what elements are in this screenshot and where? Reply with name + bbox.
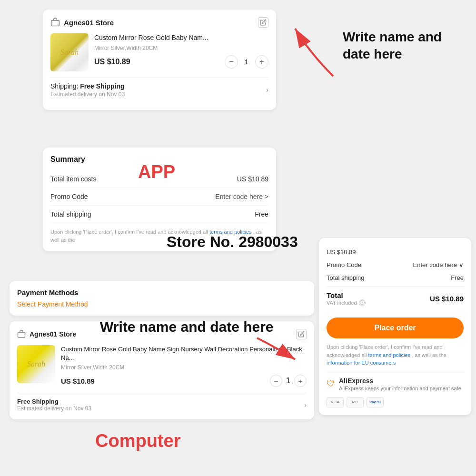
right-terms-mid: , as well as the [412,352,446,358]
shipping-row[interactable]: Shipping: Free Shipping Estimated delive… [50,77,268,102]
right-info-link[interactable]: information for EU consumers [327,360,396,366]
mastercard-icon: MC [347,397,364,407]
right-shipping-value: Free [451,274,464,281]
quantity-control: − 1 + [225,55,268,69]
bottom-qty-control: − 1 + [270,375,307,387]
chevron-right-icon: › [266,86,268,94]
product-title: Custom Mirror Rose Gold Baby Nam... [94,33,268,43]
promo-link[interactable]: Enter code here > [215,193,268,200]
computer-annotation: Computer [95,431,180,451]
app-store-card: Agnes01 Store Sarah Custom Mirror Rose G… [43,10,276,110]
right-terms-text: Upon clicking 'Place order', I confirm I… [327,343,464,367]
aliexpress-row: 🛡 AliExpress AliExpress keeps your infor… [327,372,464,393]
product-image-inner: Sarah [50,33,89,71]
select-payment-method[interactable]: Select Payment Method [17,300,307,308]
vat-text: VAT included ⓘ [327,299,366,306]
payment-methods-title: Payment Methods [17,288,307,297]
bottom-shipping-row[interactable]: Free Shipping Estimated delivery on Nov … [17,393,307,412]
bottom-store-icon [17,330,26,338]
bottom-shipping-text: Free Shipping [17,398,91,405]
bottom-qty-decrease[interactable]: − [270,375,282,387]
payment-icons-row: VISA MC PayPal [327,397,464,407]
arrow-top-icon [267,14,343,81]
right-promo-row[interactable]: Promo Code Enter code here ∨ [327,258,464,271]
computer-right-panel: US $10.89 Promo Code Enter code here ∨ T… [319,238,471,415]
quantity-decrease-button[interactable]: − [225,55,238,69]
total-label: Total [327,291,366,299]
svg-rect-0 [51,20,60,26]
bottom-qty-increase[interactable]: + [294,375,307,387]
app-annotation: APP [138,162,175,182]
right-item-cost-value: US $10.89 [327,248,356,256]
right-promo-label: Promo Code [327,261,361,268]
bottom-shipping-info: Free Shipping Estimated delivery on Nov … [17,398,91,412]
store-no-annotation: Store No. 2980033 [167,233,298,251]
aliexpress-info: AliExpress AliExpress keeps your informa… [339,377,461,391]
total-row: Total VAT included ⓘ US $10.89 [327,286,464,311]
bottom-store-name-text: Agnes01 Store [30,330,76,338]
bottom-price-row: US $10.89 − 1 + [61,375,307,387]
shipping-type: Free Shipping [80,82,124,90]
right-promo-value[interactable]: Enter code here ∨ [413,261,464,268]
paypal-icon: PayPal [367,397,384,407]
shipping-text: Shipping: Free Shipping [50,82,125,90]
promo-label: Promo Code [50,193,88,200]
svg-rect-2 [18,332,25,337]
shipping-label: Shipping: [50,82,78,90]
chevron-down-icon: ∨ [459,261,464,268]
store-icon [50,18,60,27]
info-icon: ⓘ [359,299,366,306]
right-terms-link[interactable]: terms and policies [368,352,410,358]
write-name-bottom-annotation: Write name and date here [100,319,274,335]
product-image: Sarah [50,33,89,71]
bottom-chevron-right-icon: › [304,401,307,409]
product-price: US $10.89 [94,58,130,66]
shipping-info: Shipping: Free Shipping Estimated delive… [50,82,125,98]
right-promo-text: Enter code here [413,261,457,268]
total-item-label: Total item costs [50,175,96,183]
product-details: Custom Mirror Rose Gold Baby Nam... Mirr… [94,33,268,71]
right-item-cost-row: US $10.89 [327,246,464,258]
store-name: Agnes01 Store [64,19,114,27]
bottom-store-name: Agnes01 Store [17,330,76,338]
promo-row[interactable]: Promo Code Enter code here > [50,188,268,206]
shield-icon: 🛡 [327,379,335,389]
store-header: Agnes01 Store [50,17,268,28]
right-shipping-row: Total shipping Free [327,271,464,284]
product-price-row: US $10.89 − 1 + [94,55,268,69]
payment-methods-card: Payment Methods Select Payment Method [10,281,314,316]
total-item-value: US $10.89 [237,175,268,183]
arrow-bottom-icon [252,328,300,367]
product-variant: Mirror Silver,Width 20CM [94,45,268,51]
aliexpress-subtitle: AliExpress keeps your information and pa… [339,386,461,391]
product-row: Sarah Custom Mirror Rose Gold Baby Nam..… [50,33,268,71]
estimated-delivery: Estimated delivery on Nov 03 [50,91,125,98]
right-shipping-label: Total shipping [327,274,365,281]
visa-icon: VISA [327,397,344,407]
quantity-value: 1 [238,58,255,66]
place-order-button[interactable]: Place order [327,317,464,338]
total-value: US $10.89 [430,295,464,303]
store-header-left: Agnes01 Store [50,18,114,27]
shipping-summary-value: Free [255,210,268,218]
bottom-estimated-delivery: Estimated delivery on Nov 03 [17,405,91,412]
aliexpress-name: AliExpress [339,377,461,385]
bottom-qty-value: 1 [286,377,290,385]
shipping-summary-row: Total shipping Free [50,206,268,223]
write-name-top-annotation: Write name anddate here [343,29,442,63]
vat-label: VAT included [327,300,357,306]
bottom-product-price: US $10.89 [61,377,95,385]
bottom-product-image: Sarah [17,345,55,383]
total-left: Total VAT included ⓘ [327,291,366,306]
shipping-summary-label: Total shipping [50,210,91,218]
